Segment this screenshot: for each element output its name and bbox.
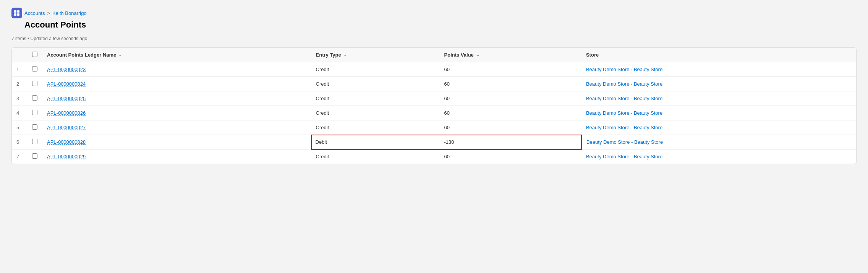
svg-rect-3: [17, 13, 19, 16]
row-number: 2: [12, 77, 27, 91]
svg-rect-0: [14, 10, 16, 13]
page-container: Accounts > Keith Bonarrigo Account Point…: [0, 0, 868, 273]
page-title: Account Points: [24, 20, 857, 30]
app-icon: [11, 8, 22, 18]
row-checkbox-cell[interactable]: [27, 150, 42, 164]
store-cell: Beauty Demo Store - Beauty Store: [581, 150, 856, 164]
svg-rect-2: [14, 13, 16, 16]
record-link[interactable]: APL-0000000026: [47, 110, 86, 116]
store-cell: Beauty Demo Store - Beauty Store: [581, 135, 856, 150]
col-header-store: Store: [581, 48, 856, 62]
record-link[interactable]: APL-0000000029: [47, 154, 86, 159]
record-link[interactable]: APL-0000000027: [47, 125, 86, 130]
record-name-cell: APL-0000000028: [42, 135, 311, 150]
row-checkbox-cell[interactable]: [27, 120, 42, 135]
store-cell: Beauty Demo Store - Beauty Store: [581, 120, 856, 135]
row-checkbox-cell[interactable]: [27, 135, 42, 150]
row-checkbox-cell[interactable]: [27, 91, 42, 106]
svg-rect-1: [17, 10, 19, 13]
table-row: 2APL-0000000024Credit60Beauty Demo Store…: [12, 77, 856, 91]
store-link[interactable]: Beauty Demo Store - Beauty Store: [586, 125, 662, 130]
record-name-cell: APL-0000000025: [42, 91, 311, 106]
store-link[interactable]: Beauty Demo Store - Beauty Store: [586, 81, 662, 87]
row-checkbox-cell[interactable]: [27, 62, 42, 77]
record-link[interactable]: APL-0000000028: [47, 139, 86, 145]
store-link[interactable]: Beauty Demo Store - Beauty Store: [586, 139, 663, 145]
row-number: 4: [12, 106, 27, 120]
row-number: 3: [12, 91, 27, 106]
table-header-row: Account Points Ledger Name ⌄ Entry Type …: [12, 48, 856, 62]
row-checkbox-cell[interactable]: [27, 77, 42, 91]
row-checkbox-cell[interactable]: [27, 106, 42, 120]
row-checkbox[interactable]: [32, 153, 37, 159]
record-link[interactable]: APL-0000000024: [47, 81, 86, 87]
entry-type-cell: Credit: [311, 77, 440, 91]
table-row: 6APL-0000000028Debit-130Beauty Demo Stor…: [12, 135, 856, 150]
table-row: 4APL-0000000026Credit60Beauty Demo Store…: [12, 106, 856, 120]
table-row: 5APL-0000000027Credit60Beauty Demo Store…: [12, 120, 856, 135]
header-area: Accounts > Keith Bonarrigo Account Point…: [11, 8, 857, 30]
entry-type-cell: Credit: [311, 150, 440, 164]
store-cell: Beauty Demo Store - Beauty Store: [581, 77, 856, 91]
account-points-table: Account Points Ledger Name ⌄ Entry Type …: [12, 48, 856, 164]
row-checkbox[interactable]: [32, 66, 37, 72]
points-value-cell: 60: [440, 62, 581, 77]
table-row: 7APL-0000000029Credit60Beauty Demo Store…: [12, 150, 856, 164]
store-link[interactable]: Beauty Demo Store - Beauty Store: [586, 154, 662, 159]
chevron-down-icon: ⌄: [118, 52, 122, 57]
store-link[interactable]: Beauty Demo Store - Beauty Store: [586, 96, 662, 101]
col-header-name[interactable]: Account Points Ledger Name ⌄: [42, 48, 311, 62]
row-number: 6: [12, 135, 27, 150]
col-num: [12, 48, 27, 62]
store-link[interactable]: Beauty Demo Store - Beauty Store: [586, 110, 662, 116]
col-header-entry-type[interactable]: Entry Type ⌄: [311, 48, 440, 62]
col-checkbox-header[interactable]: [27, 48, 42, 62]
entry-type-cell: Credit: [311, 106, 440, 120]
entry-type-cell: Debit: [311, 135, 440, 150]
points-value-cell: -130: [440, 135, 581, 150]
row-checkbox[interactable]: [32, 95, 37, 101]
points-value-cell: 60: [440, 91, 581, 106]
row-checkbox[interactable]: [32, 124, 37, 130]
entry-type-cell: Credit: [311, 120, 440, 135]
points-value-cell: 60: [440, 150, 581, 164]
row-checkbox[interactable]: [32, 139, 37, 144]
breadcrumb-current: Keith Bonarrigo: [52, 10, 87, 16]
table-row: 3APL-0000000025Credit60Beauty Demo Store…: [12, 91, 856, 106]
points-value-cell: 60: [440, 77, 581, 91]
entry-type-cell: Credit: [311, 91, 440, 106]
table-row: 1APL-0000000023Credit60Beauty Demo Store…: [12, 62, 856, 77]
meta-info: 7 items • Updated a few seconds ago: [11, 36, 857, 41]
store-link[interactable]: Beauty Demo Store - Beauty Store: [586, 67, 662, 72]
chevron-down-icon: ⌄: [476, 52, 479, 57]
select-all-checkbox[interactable]: [32, 52, 37, 57]
store-cell: Beauty Demo Store - Beauty Store: [581, 106, 856, 120]
table-container: Account Points Ledger Name ⌄ Entry Type …: [11, 47, 857, 164]
breadcrumb-separator: >: [47, 10, 50, 16]
breadcrumb-accounts[interactable]: Accounts: [24, 10, 45, 16]
store-cell: Beauty Demo Store - Beauty Store: [581, 62, 856, 77]
record-link[interactable]: APL-0000000025: [47, 96, 86, 101]
row-checkbox[interactable]: [32, 81, 37, 86]
row-number: 5: [12, 120, 27, 135]
row-number: 1: [12, 62, 27, 77]
record-name-cell: APL-0000000023: [42, 62, 311, 77]
record-name-cell: APL-0000000029: [42, 150, 311, 164]
row-checkbox[interactable]: [32, 110, 37, 115]
chevron-down-icon: ⌄: [343, 52, 347, 57]
record-name-cell: APL-0000000026: [42, 106, 311, 120]
col-header-points-value[interactable]: Points Value ⌄: [440, 48, 581, 62]
entry-type-cell: Credit: [311, 62, 440, 77]
record-link[interactable]: APL-0000000023: [47, 67, 86, 72]
record-name-cell: APL-0000000024: [42, 77, 311, 91]
record-name-cell: APL-0000000027: [42, 120, 311, 135]
points-value-cell: 60: [440, 120, 581, 135]
breadcrumb-row: Accounts > Keith Bonarrigo: [11, 8, 857, 18]
store-cell: Beauty Demo Store - Beauty Store: [581, 91, 856, 106]
row-number: 7: [12, 150, 27, 164]
points-value-cell: 60: [440, 106, 581, 120]
